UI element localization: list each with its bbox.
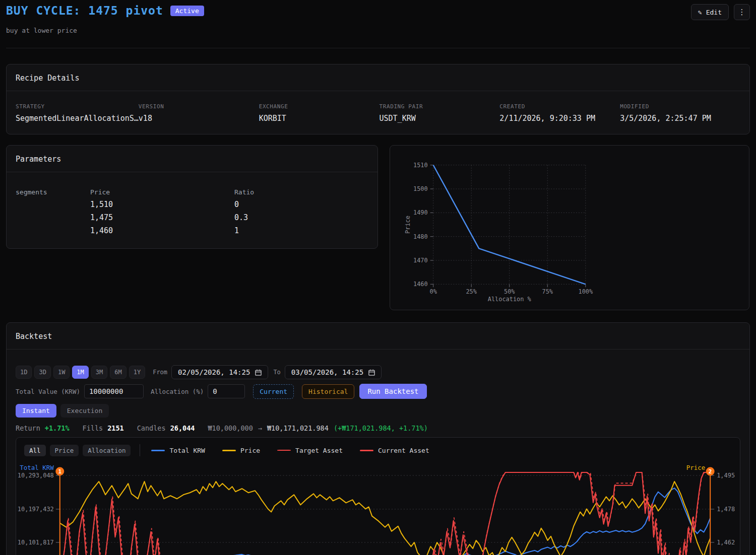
- field-label: STRATEGY: [16, 103, 139, 110]
- legend-current-asset: Current Asset: [360, 447, 429, 454]
- to-label: To: [273, 369, 280, 376]
- field-label: EXCHANGE: [259, 103, 380, 110]
- run-backtest-button[interactable]: Run Backtest: [359, 384, 426, 399]
- current-asset-line-swatch: [360, 450, 373, 451]
- field-label: TRADING PAIR: [380, 103, 500, 110]
- backtest-chart-panel: All Price Allocation Total KRW Price Tar…: [16, 437, 740, 555]
- tab-instant[interactable]: Instant: [16, 404, 56, 418]
- svg-text:1500: 1500: [413, 185, 428, 192]
- end-amount: ₩10,171,021.984: [267, 424, 329, 432]
- total-value-input[interactable]: [84, 384, 144, 398]
- svg-text:1,462: 1,462: [717, 539, 735, 546]
- svg-text:10,101,817: 10,101,817: [18, 539, 54, 546]
- total-krw-line-swatch: [151, 450, 165, 451]
- page-header: BUY CYCLE: 1475 pivot Active ✎ Edit ⋮ bu…: [6, 4, 750, 34]
- backtest-chart: 10,293,0481,49510,197,4321,47810,101,817…: [16, 459, 740, 555]
- svg-text:Total KRW: Total KRW: [20, 464, 54, 471]
- legend-total-krw: Total KRW: [151, 447, 205, 454]
- segments-table: Price Ratio 1,510 0 1,475 0.3 1,460 1: [90, 188, 368, 239]
- legend-target-asset: Target Asset: [277, 447, 343, 454]
- field-strategy: STRATEGY SegmentedLinearAllocationS…: [16, 103, 139, 123]
- edit-button-label: Edit: [706, 9, 722, 16]
- backtest-card: Backtest 1D 3D 1W 1M 3M 6M 1Y From 02/05…: [6, 322, 750, 555]
- svg-text:75%: 75%: [542, 288, 553, 295]
- timerange-6m[interactable]: 6M: [110, 366, 126, 379]
- timerange-1d[interactable]: 1D: [16, 366, 32, 379]
- cell-ratio: 0: [234, 200, 239, 209]
- chart-filter-all[interactable]: All: [24, 445, 46, 456]
- timerange-1w[interactable]: 1W: [53, 366, 70, 379]
- svg-text:Price: Price: [686, 464, 705, 471]
- fills-value: 2151: [107, 424, 124, 432]
- svg-text:25%: 25%: [466, 288, 477, 295]
- param-name-segments: segments: [16, 188, 90, 239]
- allocation-chart-card: 1510150014901480147014600%25%50%75%100%P…: [390, 145, 749, 310]
- arrow-icon: →: [258, 424, 262, 432]
- to-date-value: 03/05/2026, 14:25: [291, 368, 363, 376]
- calendar-icon: [255, 369, 262, 376]
- timerange-1y[interactable]: 1Y: [129, 366, 145, 379]
- field-modified: MODIFIED 3/5/2026, 2:25:47 PM: [620, 103, 740, 123]
- column-ratio: Ratio: [234, 188, 254, 196]
- cell-ratio: 0.3: [234, 213, 248, 222]
- timerange-3m[interactable]: 3M: [91, 366, 107, 379]
- candles-label: Candles: [137, 424, 166, 432]
- allocation-label: Allocation (%): [151, 388, 204, 395]
- candles-value: 26,044: [170, 424, 195, 432]
- status-badge: Active: [170, 6, 204, 16]
- start-amount: ₩10,000,000: [208, 424, 253, 432]
- header-divider: [6, 48, 750, 48]
- total-value-label: Total Value (KRW): [16, 388, 80, 395]
- tab-execution[interactable]: Execution: [60, 404, 109, 418]
- chart-filter-price[interactable]: Price: [50, 445, 79, 456]
- field-created: CREATED 2/11/2026, 9:20:33 PM: [499, 103, 620, 123]
- svg-text:1490: 1490: [413, 209, 428, 216]
- field-value: SegmentedLinearAllocationS…: [16, 114, 139, 123]
- table-row: 1,510 0: [90, 200, 368, 209]
- legend-label: Price: [240, 447, 260, 454]
- segments-table-header: Price Ratio: [90, 188, 368, 196]
- svg-text:Allocation %: Allocation %: [488, 296, 531, 303]
- table-row: 1,475 0.3: [90, 213, 368, 222]
- price-line-swatch: [222, 450, 236, 451]
- field-value: 2/11/2026, 9:20:33 PM: [499, 114, 620, 123]
- edit-button[interactable]: ✎ Edit: [691, 4, 729, 20]
- field-label: CREATED: [499, 103, 620, 110]
- inputs-row: Total Value (KRW) Allocation (%) Current…: [16, 384, 740, 399]
- legend-label: Total KRW: [169, 447, 205, 454]
- parameters-title: Parameters: [7, 146, 377, 172]
- svg-text:1480: 1480: [413, 233, 428, 240]
- from-date-input[interactable]: 02/05/2026, 14:25: [171, 365, 268, 379]
- legend-price: Price: [222, 447, 260, 454]
- recipe-details-title: Recipe Details: [7, 64, 749, 91]
- svg-text:100%: 100%: [578, 288, 593, 295]
- historical-button[interactable]: Historical: [302, 384, 354, 399]
- kebab-menu-button[interactable]: ⋮: [734, 4, 750, 20]
- svg-text:1,478: 1,478: [717, 506, 735, 513]
- svg-text:1510: 1510: [413, 162, 428, 169]
- timerange-1m[interactable]: 1M: [72, 366, 88, 379]
- gain-amount: (+₩171,021.984, +1.71%): [334, 424, 428, 432]
- svg-text:2: 2: [709, 468, 712, 475]
- allocation-input[interactable]: [208, 384, 245, 398]
- fills-label: Fills: [83, 424, 103, 432]
- recipe-details-card: Recipe Details STRATEGY SegmentedLinearA…: [6, 64, 750, 134]
- timerange-row: 1D 3D 1W 1M 3M 6M 1Y From 02/05/2026, 14…: [16, 365, 740, 379]
- current-button[interactable]: Current: [253, 384, 294, 399]
- kebab-icon: ⋮: [738, 8, 746, 17]
- legend-label: Current Asset: [378, 447, 429, 454]
- svg-text:0%: 0%: [429, 288, 436, 295]
- to-date-input[interactable]: 03/05/2026, 14:25: [285, 365, 382, 379]
- chart-controls: All Price Allocation Total KRW Price Tar…: [16, 438, 740, 456]
- svg-text:1: 1: [58, 468, 61, 475]
- field-version: VERSION v18: [139, 103, 259, 123]
- from-label: From: [153, 369, 167, 376]
- chart-filter-allocation[interactable]: Allocation: [83, 445, 131, 456]
- svg-text:50%: 50%: [504, 288, 515, 295]
- cell-price: 1,460: [90, 226, 234, 235]
- field-value: 3/5/2026, 2:25:47 PM: [620, 114, 740, 123]
- controls-divider: [140, 444, 140, 456]
- field-label: VERSION: [139, 103, 259, 110]
- timerange-3d[interactable]: 3D: [34, 366, 50, 379]
- stats-row: Return+1.71% Fills2151 Candles26,044 ₩10…: [16, 424, 740, 432]
